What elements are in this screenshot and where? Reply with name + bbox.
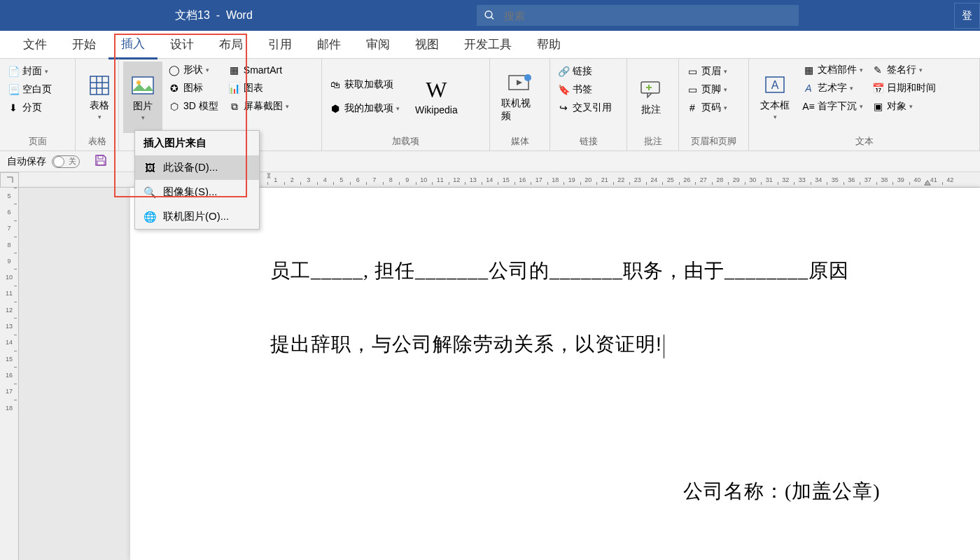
chart-button[interactable]: 📊图表	[225, 80, 292, 97]
group-tables: 表格▾ 表格	[76, 59, 119, 150]
datetime-icon: 📅	[872, 82, 884, 94]
wordart-button[interactable]: A艺术字 ▾	[799, 80, 866, 97]
stock-icon: 🔍	[144, 186, 156, 199]
tab-layout[interactable]: 布局	[206, 31, 255, 58]
autosave-label: 自动保存	[7, 155, 46, 168]
footer-button[interactable]: ▭页脚 ▾	[683, 81, 730, 98]
tab-mailings[interactable]: 邮件	[304, 31, 354, 58]
picture-dropdown-menu: 插入图片来自 🖼 此设备(D)... 🔍 图像集(S)... 🌐 联机图片(O)…	[134, 130, 260, 230]
quick-parts-button[interactable]: ▦文档部件 ▾	[799, 62, 866, 78]
signature-icon: ✎	[872, 64, 884, 76]
screenshot-button[interactable]: ⧉屏幕截图 ▾	[225, 98, 292, 115]
smartart-icon: ▦	[228, 64, 241, 76]
page-break-button[interactable]: ⬇分页	[4, 99, 55, 116]
tab-help[interactable]: 帮助	[524, 31, 573, 58]
link-button[interactable]: 🔗链接	[554, 63, 615, 80]
device-icon: 🖼	[144, 162, 156, 174]
textbox-icon: A	[762, 73, 788, 98]
comment-button[interactable]: 批注	[631, 62, 671, 131]
svg-rect-17	[97, 161, 104, 165]
cover-page-icon: 📄	[7, 65, 20, 78]
pagenum-icon: #	[686, 102, 699, 114]
vertical-ruler[interactable]: 56789101112131415161718	[0, 188, 19, 560]
datetime-button[interactable]: 📅日期和时间	[869, 80, 939, 97]
tab-references[interactable]: 引用	[255, 31, 304, 58]
doc-line-3: 公司名称：(加盖公章)	[683, 478, 881, 505]
bookmark-icon: 🔖	[557, 83, 570, 96]
login-button[interactable]: 登	[954, 3, 980, 29]
group-media: 联机视频 媒体	[490, 59, 550, 150]
tab-home[interactable]: 开始	[59, 31, 108, 58]
object-button[interactable]: ▣对象 ▾	[869, 98, 939, 115]
tab-file[interactable]: 文件	[10, 31, 59, 58]
tab-review[interactable]: 审阅	[354, 31, 402, 58]
3d-models-button[interactable]: ⬡3D 模型	[165, 98, 221, 115]
object-icon: ▣	[872, 100, 884, 113]
tab-design[interactable]: 设计	[158, 31, 206, 58]
group-tables-label: 表格	[76, 134, 118, 150]
tab-developer[interactable]: 开发工具	[451, 31, 524, 58]
wikipedia-icon: W	[424, 78, 449, 103]
save-button[interactable]	[94, 153, 108, 169]
picture-from-stock[interactable]: 🔍 图像集(S)...	[135, 180, 259, 204]
online-icon: 🌐	[144, 211, 156, 223]
search-box[interactable]	[477, 5, 799, 26]
tab-insert[interactable]: 插入	[108, 30, 158, 59]
shapes-icon: ◯	[168, 64, 181, 76]
page-break-icon: ⬇	[7, 102, 20, 114]
group-text-label: 文本	[749, 134, 979, 150]
signature-line-button[interactable]: ✎签名行 ▾	[869, 62, 939, 78]
ribbon-tabs: 文件 开始 插入 设计 布局 引用 邮件 审阅 视图 开发工具 帮助	[0, 31, 980, 59]
svg-point-10	[524, 74, 531, 81]
shapes-button[interactable]: ◯形状 ▾	[165, 62, 221, 78]
my-addins-button[interactable]: ⬢我的加载项 ▾	[326, 100, 402, 117]
online-video-button[interactable]: 联机视频	[494, 62, 545, 131]
smartart-button[interactable]: ▦SmartArt	[225, 62, 292, 78]
blank-page-button[interactable]: 📃空白页	[4, 81, 55, 98]
cover-page-button[interactable]: 📄封面 ▾	[4, 63, 55, 80]
dropcap-button[interactable]: A≡首字下沉 ▾	[799, 98, 866, 115]
wikipedia-button[interactable]: W Wikipedia	[408, 62, 465, 131]
picture-from-online[interactable]: 🌐 联机图片(O)...	[135, 204, 259, 229]
group-links-label: 链接	[550, 134, 626, 150]
get-addins-button[interactable]: 🛍获取加载项	[326, 76, 402, 93]
picture-dropdown-header: 插入图片来自	[135, 131, 259, 155]
group-comments: 批注 批注	[627, 59, 679, 150]
autosave-toggle[interactable]: 关	[52, 155, 80, 168]
search-input[interactable]	[504, 10, 792, 22]
tab-view[interactable]: 视图	[402, 31, 451, 58]
comment-icon	[638, 77, 664, 102]
icons-button[interactable]: ✪图标	[165, 80, 221, 97]
svg-rect-2	[90, 76, 108, 94]
group-addins-label: 加载项	[322, 134, 489, 150]
icons-icon: ✪	[168, 82, 181, 94]
bookmark-button[interactable]: 🔖书签	[554, 81, 615, 98]
blank-page-icon: 📃	[7, 83, 20, 96]
crossref-button[interactable]: ↪交叉引用	[554, 99, 615, 116]
textbox-button[interactable]: A 文本框▾	[753, 62, 797, 131]
svg-point-0	[485, 11, 492, 18]
ruler-corner[interactable]	[0, 172, 19, 188]
indent-marker-right[interactable]	[924, 179, 931, 186]
3d-icon: ⬡	[168, 100, 181, 113]
screenshot-icon: ⧉	[228, 100, 241, 113]
group-media-label: 媒体	[490, 134, 550, 150]
table-button[interactable]: 表格▾	[80, 62, 119, 131]
document-canvas: 1234567891011121314151617181920212223242…	[0, 172, 980, 560]
page-number-button[interactable]: #页码 ▾	[683, 99, 730, 116]
chart-icon: 📊	[228, 82, 241, 94]
picture-from-device[interactable]: 🖼 此设备(D)...	[135, 155, 259, 180]
picture-button[interactable]: 图片▾	[123, 62, 162, 133]
group-pages-label: 页面	[0, 134, 75, 150]
document-page[interactable]: 员工_____, 担任_______公司的_______职务，由于_______…	[130, 188, 980, 560]
search-icon	[484, 9, 496, 22]
svg-line-1	[491, 17, 493, 20]
table-icon	[87, 73, 112, 98]
svg-rect-7	[132, 77, 153, 94]
header-icon: ▭	[686, 65, 699, 78]
group-text: A 文本框▾ ▦文档部件 ▾ A艺术字 ▾ A≡首字下沉 ▾ ✎签名行 ▾ 📅日…	[749, 59, 980, 150]
picture-icon	[130, 74, 155, 99]
group-comments-label: 批注	[627, 134, 678, 150]
header-button[interactable]: ▭页眉 ▾	[683, 63, 730, 80]
dropcap-icon: A≡	[802, 100, 815, 113]
